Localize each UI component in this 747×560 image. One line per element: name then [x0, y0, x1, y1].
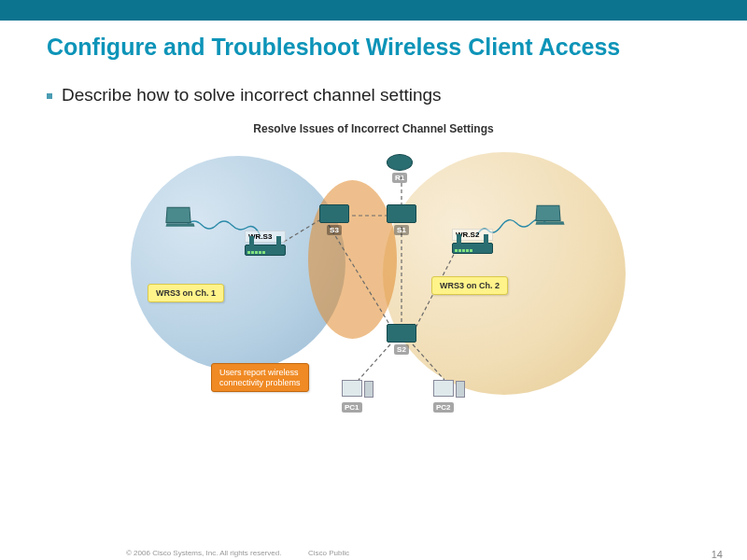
device-label: PC2	[433, 402, 454, 413]
bullet-text: Describe how to solve incorrect channel …	[62, 85, 442, 105]
wireless-router-icon	[245, 245, 286, 256]
pc-pc2: PC2	[433, 380, 454, 413]
switch-s2: S2	[387, 324, 416, 355]
tag-text: WRS3 on Ch. 1	[156, 288, 216, 298]
device-label: PC1	[342, 402, 362, 413]
callout-line1: Users report wireless	[219, 368, 299, 377]
callout-line2: connectivity problems	[219, 378, 301, 387]
problem-callout: Users report wireless connectivity probl…	[211, 363, 309, 393]
device-label: S3	[327, 225, 342, 235]
wireless-router-wrs3: WR.S3	[245, 231, 286, 256]
router-icon	[387, 154, 413, 171]
device-label: S1	[394, 225, 409, 235]
page-title: Configure and Troubleshoot Wireless Clie…	[0, 21, 747, 61]
pc-icon	[433, 380, 454, 397]
wireless-router-wrs2: WR.S2	[452, 229, 493, 254]
bullet-square-icon	[47, 93, 52, 99]
switch-icon	[387, 204, 416, 223]
bullet-item: Describe how to solve incorrect channel …	[0, 61, 747, 105]
pc-icon	[342, 380, 362, 397]
device-label: S2	[394, 344, 409, 355]
switch-s3: S3	[319, 204, 349, 235]
top-accent-bar	[0, 0, 747, 21]
channel-tag-left: WRS3 on Ch. 1	[148, 284, 224, 302]
laptop-icon	[535, 205, 560, 221]
switch-s1: S1	[387, 204, 416, 235]
laptop-icon	[165, 207, 190, 223]
footer-classification: Cisco Public	[308, 549, 349, 557]
device-label: R1	[392, 173, 407, 183]
page-number: 14	[712, 549, 723, 560]
pc-pc1: PC1	[342, 380, 362, 413]
diagram-title: Resolve Issues of Incorrect Channel Sett…	[253, 122, 493, 135]
switch-icon	[319, 204, 349, 223]
laptop-right	[536, 204, 564, 226]
network-diagram: Resolve Issues of Incorrect Channel Sett…	[121, 122, 626, 421]
wireless-router-icon	[452, 243, 493, 254]
tag-text: WRS3 on Ch. 2	[440, 281, 500, 290]
footer-copyright: © 2006 Cisco Systems, Inc. All rights re…	[126, 549, 281, 557]
channel-tag-right: WRS3 on Ch. 2	[431, 276, 508, 295]
coverage-circle-right	[383, 152, 626, 395]
laptop-left	[166, 206, 194, 228]
router-r1: R1	[387, 154, 413, 183]
switch-icon	[387, 324, 416, 343]
